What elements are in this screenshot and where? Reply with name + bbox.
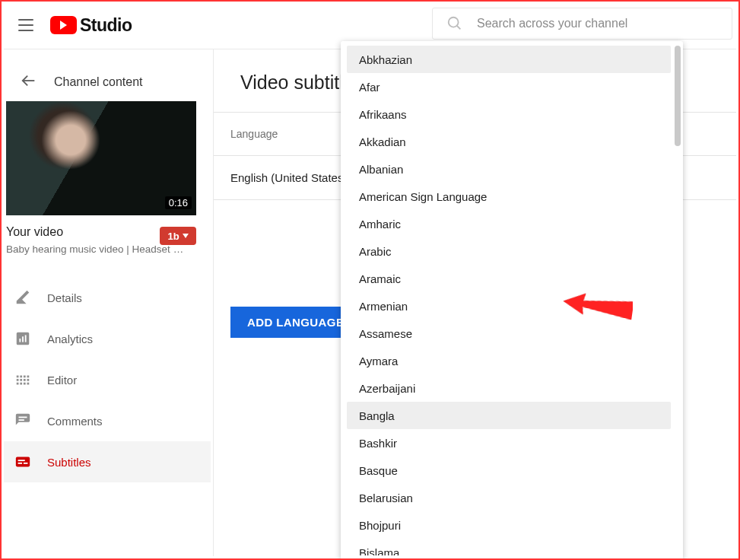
svg-rect-6: [25, 335, 27, 342]
language-option[interactable]: Bangla: [347, 402, 671, 429]
svg-rect-7: [19, 417, 27, 418]
details-icon: [14, 288, 32, 307]
language-option[interactable]: Assamese: [347, 320, 671, 347]
svg-rect-11: [24, 463, 27, 464]
svg-rect-4: [19, 339, 21, 342]
language-option[interactable]: Basque: [347, 457, 671, 484]
comments-icon: [14, 412, 32, 430]
badge-text: 1b: [167, 231, 179, 242]
language-option[interactable]: Arabic: [347, 237, 671, 265]
nav-item-analytics[interactable]: Analytics: [4, 318, 211, 359]
language-option[interactable]: American Sign Language: [347, 183, 671, 210]
nav-label: Editor: [47, 374, 77, 387]
nav-item-editor[interactable]: Editor: [4, 359, 211, 400]
language-option[interactable]: Abkhazian: [347, 46, 671, 73]
editor-icon: [14, 371, 32, 389]
search-icon: [446, 15, 463, 32]
svg-line-1: [457, 26, 461, 30]
studio-logo[interactable]: Studio: [50, 15, 132, 36]
svg-point-0: [449, 18, 459, 27]
search-bar[interactable]: [432, 8, 732, 40]
scrollbar-thumb[interactable]: [675, 46, 681, 146]
language-option[interactable]: Armenian: [347, 292, 671, 320]
svg-rect-10: [18, 463, 22, 464]
language-option[interactable]: Belarusian: [347, 484, 671, 511]
chevron-down-icon: [183, 234, 189, 238]
language-option[interactable]: Afrikaans: [347, 100, 671, 128]
language-option[interactable]: Akkadian: [347, 128, 671, 155]
language-option[interactable]: Bhojpuri: [347, 511, 671, 539]
video-title: Baby hearing music video | Headset …: [6, 243, 196, 255]
language-option[interactable]: Bislama: [347, 539, 671, 555]
language-option[interactable]: Bashkir: [347, 429, 671, 457]
column-language: Language: [214, 128, 278, 140]
svg-rect-9: [16, 457, 30, 467]
search-input[interactable]: [477, 17, 732, 30]
language-option[interactable]: Aymara: [347, 347, 671, 374]
nav-label: Details: [47, 291, 82, 304]
nav-item-subtitles[interactable]: Subtitles: [4, 441, 211, 482]
language-dropdown[interactable]: AbkhazianAfarAfrikaansAkkadianAlbanianAm…: [341, 41, 683, 560]
language-option[interactable]: Albanian: [347, 155, 671, 183]
subtitles-icon: [14, 453, 32, 471]
language-value: English (United States): [214, 171, 347, 184]
nav-item-comments[interactable]: Comments: [4, 400, 211, 441]
analytics-icon: [14, 329, 32, 348]
arrow-left-icon: [21, 72, 37, 92]
youtube-play-icon: [50, 16, 77, 34]
back-to-channel-content[interactable]: Channel content: [4, 67, 209, 97]
nav-label: Analytics: [47, 332, 93, 345]
nav-label: Subtitles: [47, 456, 91, 469]
svg-rect-5: [22, 336, 24, 342]
svg-rect-12: [18, 460, 25, 461]
video-duration: 0:16: [165, 196, 192, 209]
extension-badge[interactable]: 1b: [160, 227, 196, 245]
back-label: Channel content: [54, 75, 143, 89]
logo-text: Studio: [80, 15, 132, 36]
nav-label: Comments: [47, 415, 103, 428]
language-option[interactable]: Amharic: [347, 210, 671, 237]
video-thumbnail[interactable]: 0:16: [6, 101, 196, 215]
language-option[interactable]: Aramaic: [347, 265, 671, 292]
language-option[interactable]: Azerbaijani: [347, 374, 671, 402]
hamburger-menu[interactable]: [17, 16, 35, 34]
svg-rect-8: [19, 419, 24, 421]
language-option[interactable]: Afar: [347, 73, 671, 100]
nav-item-details[interactable]: Details: [4, 277, 211, 318]
